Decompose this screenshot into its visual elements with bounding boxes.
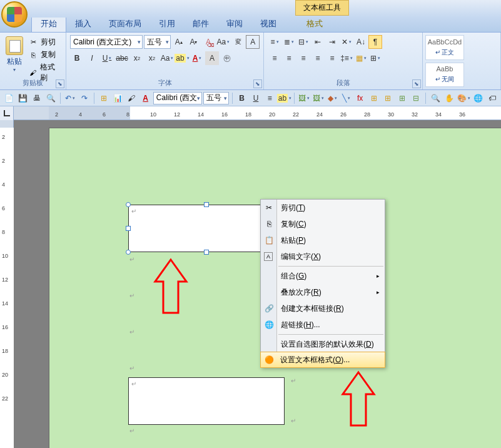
bullets-button[interactable]: ≡ xyxy=(268,35,281,49)
tab-insert[interactable]: 插入 xyxy=(66,16,100,32)
sort-button[interactable]: A↓ xyxy=(354,35,368,49)
qat-chart-icon[interactable]: 📊 xyxy=(111,91,124,105)
phonetic-button[interactable]: 変 xyxy=(231,35,245,49)
qat-size-combo[interactable]: 五号 xyxy=(203,92,229,104)
qat-tag-icon[interactable]: 🏷 xyxy=(486,91,498,105)
qat-painter-icon[interactable]: 🖌 xyxy=(125,91,138,105)
borders-button[interactable]: ⊞ xyxy=(368,51,382,65)
paste-button[interactable]: 粘贴 ▾ xyxy=(4,34,24,73)
tab-format[interactable]: 格式 xyxy=(298,16,331,32)
resize-handle-w[interactable] xyxy=(126,226,131,231)
shrink-font-button[interactable]: A▾ xyxy=(187,35,201,49)
qat-font-combo[interactable]: Calibri (西文 xyxy=(153,92,202,104)
textbox-2[interactable]: ↵ xyxy=(128,377,285,425)
font-dialog-launcher[interactable]: ⬊ xyxy=(253,79,262,88)
qat-undo-button[interactable]: ↶ xyxy=(64,91,76,105)
font-color-button[interactable]: A xyxy=(190,51,204,65)
numbering-button[interactable]: ≣ xyxy=(282,35,296,49)
cm-create-link[interactable]: 🔗 创建文本框链接(R) xyxy=(261,300,385,317)
cm-group[interactable]: 组合(G)▸ xyxy=(261,268,385,284)
align-center-button[interactable]: ≡ xyxy=(282,51,296,65)
qat-fx[interactable]: fx xyxy=(354,91,367,105)
qat-preview-icon[interactable]: 🔍 xyxy=(44,91,57,105)
qat-grid-3[interactable]: ⊞ xyxy=(395,91,408,105)
document-scroll[interactable]: ↵ ↵ ↵ ↵ ↵ ↵ ↵ ↵ ↵ xyxy=(14,120,501,448)
align-right-button[interactable]: ≡ xyxy=(296,51,310,65)
font-size-combo[interactable]: 五号 xyxy=(144,35,171,49)
asian-layout-button[interactable]: ✕ xyxy=(340,35,353,49)
cm-hyperlink[interactable]: 🌐 超链接(H)... xyxy=(261,317,385,333)
cm-cut[interactable]: ✂ 剪切(T) xyxy=(261,200,385,216)
cm-format-textbox[interactable]: 🟠 设置文本框格式(O)... xyxy=(260,352,385,368)
style-normal[interactable]: AaBbCcDd ↵ 正文 xyxy=(425,35,464,60)
char-shading-button[interactable]: A xyxy=(205,51,219,65)
qat-grid-2[interactable]: ⊞ xyxy=(382,91,394,105)
font-name-combo[interactable]: Calibri (西文正文) xyxy=(70,35,143,49)
qat-print-icon[interactable]: 🖶 xyxy=(31,91,43,105)
superscript-button[interactable]: x2 xyxy=(145,51,159,65)
bold-button[interactable]: B xyxy=(70,51,84,65)
align-left-button[interactable]: ≡ xyxy=(268,51,281,65)
cm-paste[interactable]: 📋 粘贴(P) xyxy=(261,232,385,248)
show-marks-button[interactable]: ¶ xyxy=(368,35,382,49)
copy-button[interactable]: ⎘ 复制 xyxy=(27,49,62,61)
tab-view[interactable]: 视图 xyxy=(251,16,285,32)
italic-button[interactable]: I xyxy=(85,51,99,65)
qat-color-icon[interactable]: 🎨 xyxy=(457,91,471,105)
cm-edit-text[interactable]: A 编辑文字(X) xyxy=(261,248,385,265)
cm-set-default[interactable]: 设置自选图形的默认效果(D) xyxy=(261,336,385,352)
qat-redo-button[interactable]: ↷ xyxy=(78,91,90,105)
tab-references[interactable]: 引用 xyxy=(150,16,184,32)
qat-underline[interactable]: U xyxy=(250,91,262,105)
decrease-indent-button[interactable]: ⇤ xyxy=(311,35,325,49)
resize-handle-s[interactable] xyxy=(204,250,209,255)
change-case-button[interactable]: Aa xyxy=(216,35,230,49)
justify-button[interactable]: ≡ xyxy=(311,51,325,65)
vertical-ruler[interactable]: 2246810121416182022 xyxy=(0,128,14,448)
clear-format-button[interactable]: A⌫ xyxy=(201,35,215,49)
qat-save-icon[interactable]: 💾 xyxy=(16,91,29,105)
qat-zoom-icon[interactable]: 🔍 xyxy=(429,91,442,105)
subscript-button[interactable]: x2 xyxy=(130,51,144,65)
qat-line[interactable]: ╲ xyxy=(340,91,352,105)
strike-button[interactable]: abc xyxy=(115,51,129,65)
qat-image-1[interactable]: 🖼 xyxy=(298,91,310,105)
qat-globe-icon[interactable]: 🌐 xyxy=(472,91,485,105)
resize-handle-n[interactable] xyxy=(204,202,209,207)
cm-order[interactable]: 叠放次序(R)▸ xyxy=(261,284,385,300)
distribute-button[interactable]: ≡ xyxy=(325,51,339,65)
qat-new-icon[interactable]: 📄 xyxy=(3,91,15,105)
enclose-char-button[interactable]: ㊥ xyxy=(220,51,234,65)
qat-image-2[interactable]: 🖼 xyxy=(312,91,325,105)
horizontal-ruler[interactable]: 24681012141618202224262830323436 xyxy=(49,106,501,120)
qat-align[interactable]: ≡ xyxy=(263,91,276,105)
underline-button[interactable]: U xyxy=(100,51,114,65)
cm-copy[interactable]: ⎘ 复制(C) xyxy=(261,216,385,232)
qat-grid-4[interactable]: ⊟ xyxy=(410,91,422,105)
tab-review[interactable]: 审阅 xyxy=(218,16,251,32)
qat-hand-icon[interactable]: ✋ xyxy=(443,91,455,105)
multilevel-button[interactable]: ⊟ xyxy=(296,35,310,49)
style-no-spacing[interactable]: AaBb ↵ 无间 xyxy=(425,63,464,88)
tab-page-layout[interactable]: 页面布局 xyxy=(100,16,150,32)
increase-indent-button[interactable]: ⇥ xyxy=(325,35,339,49)
resize-handle-sw[interactable] xyxy=(126,250,131,255)
resize-handle-nw[interactable] xyxy=(126,202,131,207)
tab-home[interactable]: 开始 xyxy=(31,15,66,32)
qat-grid-1[interactable]: ⊞ xyxy=(368,91,380,105)
cut-button[interactable]: ✂ 剪切 xyxy=(27,36,62,48)
grow-font-button[interactable]: A▴ xyxy=(172,35,186,49)
qat-font-color-icon[interactable]: A xyxy=(139,91,152,105)
qat-table-icon[interactable]: ⊞ xyxy=(98,91,110,105)
text-effects-button[interactable]: Aa xyxy=(160,51,174,65)
tab-selector[interactable] xyxy=(0,106,14,120)
qat-shape[interactable]: ◆ xyxy=(326,91,338,105)
tab-mailings[interactable]: 邮件 xyxy=(184,16,218,32)
highlight-button[interactable]: ab xyxy=(175,51,189,65)
shading-button[interactable]: ▦ xyxy=(354,51,368,65)
paragraph-dialog-launcher[interactable]: ⬊ xyxy=(412,79,421,88)
char-border-button[interactable]: A xyxy=(246,35,260,49)
line-spacing-button[interactable]: ‡≡ xyxy=(340,51,353,65)
clipboard-dialog-launcher[interactable]: ⬊ xyxy=(56,79,64,88)
qat-highlight[interactable]: ab xyxy=(277,91,291,105)
